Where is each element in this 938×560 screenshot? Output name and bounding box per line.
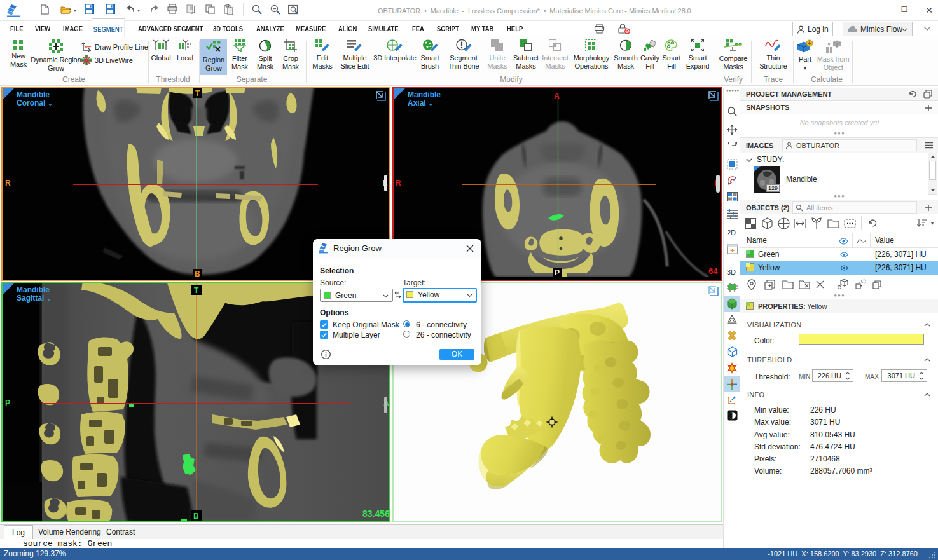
svg-text:A: A [554,92,560,100]
svg-text:P: P [5,399,10,407]
svg-text:P: P [555,268,560,277]
svg-text:B: B [195,270,200,277]
svg-text:B: B [193,512,199,521]
svg-text:64: 64 [708,266,718,276]
svg-text:R: R [5,179,11,188]
svg-text:T: T [194,286,199,295]
svg-text:R: R [396,179,401,188]
svg-text:T: T [195,89,200,98]
svg-text:83.456: 83.456 [362,509,390,519]
